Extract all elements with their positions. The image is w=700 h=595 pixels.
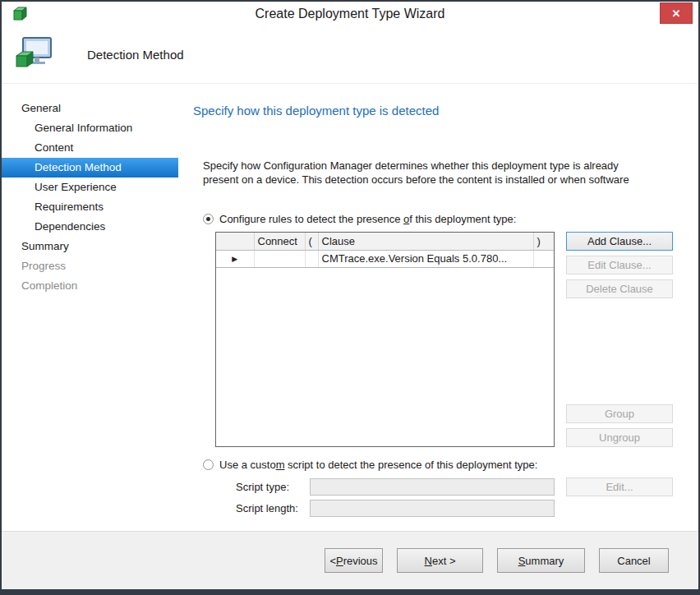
delete-clause-button[interactable]: Delete Clause	[566, 279, 673, 298]
wizard-header: Detection Method	[2, 26, 698, 84]
app-icon	[12, 6, 28, 22]
close-button[interactable]: ✕	[660, 2, 693, 24]
grid-header-row: Connect ( Clause )	[216, 233, 554, 250]
script-type-label: Script type:	[236, 481, 310, 493]
script-radio-label[interactable]: Use a custom script to detect the presen…	[219, 459, 537, 471]
edit-clause-button[interactable]: Edit Clause...	[566, 256, 673, 274]
window-title: Create Deployment Type Wizard	[2, 7, 698, 21]
script-type-row: Script type: Edit...	[236, 477, 685, 496]
column-header-open-paren: (	[305, 233, 318, 250]
column-header-clause: Clause	[318, 233, 533, 250]
rules-area: Connect ( Clause ) ▶ CMTrace.e	[215, 232, 685, 447]
wizard-footer: < Previous Next > Summary Cancel	[2, 531, 698, 589]
sidebar-item-dependencies[interactable]: Dependencies	[2, 217, 178, 237]
sidebar-item-general-information[interactable]: General Information	[2, 118, 178, 138]
script-radio[interactable]	[203, 459, 214, 470]
row-selector-icon: ▶	[216, 250, 254, 267]
sidebar-item-general[interactable]: General	[2, 99, 178, 118]
script-length-row: Script length:	[236, 500, 685, 517]
close-icon: ✕	[672, 7, 681, 20]
cancel-button[interactable]: Cancel	[599, 548, 669, 573]
step-title: Detection Method	[87, 48, 184, 62]
wizard-body: General General Information Content Dete…	[2, 84, 698, 531]
column-header-selector	[216, 233, 254, 250]
group-button[interactable]: Group	[566, 404, 673, 423]
rules-radio-option: Configure rules to detect the presence o…	[203, 213, 685, 225]
detection-rules-grid: Connect ( Clause ) ▶ CMTrace.e	[215, 232, 555, 447]
rules-radio-label[interactable]: Configure rules to detect the presence o…	[219, 213, 516, 225]
previous-button[interactable]: < Previous	[325, 548, 383, 573]
script-length-field[interactable]	[310, 500, 555, 517]
description-line-2: present on a device. This detection occu…	[203, 173, 685, 187]
sidebar-item-content[interactable]: Content	[2, 138, 178, 158]
ungroup-button[interactable]: Ungroup	[566, 428, 673, 447]
content-heading: Specify how this deployment type is dete…	[193, 104, 685, 118]
script-length-label: Script length:	[236, 502, 310, 514]
description-text: Specify how Configuration Manager determ…	[203, 159, 685, 187]
title-bar: Create Deployment Type Wizard ✕	[2, 2, 698, 26]
summary-button[interactable]: Summary	[497, 548, 585, 573]
script-type-field[interactable]	[310, 478, 555, 496]
wizard-window: Create Deployment Type Wizard ✕ Detectio…	[0, 0, 700, 595]
sidebar-item-detection-method[interactable]: Detection Method	[2, 158, 178, 178]
next-button[interactable]: Next >	[397, 548, 483, 573]
clause-buttons: Add Clause... Edit Clause... Delete Clau…	[566, 232, 673, 447]
deployment-type-icon	[13, 34, 56, 76]
wizard-nav: General General Information Content Dete…	[2, 84, 178, 531]
sidebar-item-summary[interactable]: Summary	[2, 237, 178, 256]
row-open-paren-cell	[305, 250, 318, 267]
rules-radio[interactable]	[203, 214, 214, 224]
add-clause-button[interactable]: Add Clause...	[566, 232, 673, 251]
sidebar-item-user-experience[interactable]: User Experience	[2, 178, 178, 197]
row-close-paren-cell	[533, 250, 554, 267]
sidebar-item-requirements[interactable]: Requirements	[2, 197, 178, 217]
row-connect-cell	[254, 250, 305, 267]
table-row[interactable]: ▶ CMTrace.exe.Version Equals 5.0.780...	[216, 250, 554, 267]
sidebar-item-completion[interactable]: Completion	[2, 276, 178, 296]
edit-script-button[interactable]: Edit...	[566, 477, 673, 496]
column-header-connect: Connect	[254, 233, 305, 250]
row-clause-cell: CMTrace.exe.Version Equals 5.0.780...	[318, 250, 533, 267]
sidebar-item-progress[interactable]: Progress	[2, 256, 178, 276]
script-radio-option: Use a custom script to detect the presen…	[203, 459, 685, 471]
column-header-close-paren: )	[533, 233, 554, 250]
description-line-1: Specify how Configuration Manager determ…	[203, 159, 685, 173]
wizard-content: Specify how this deployment type is dete…	[178, 84, 698, 531]
